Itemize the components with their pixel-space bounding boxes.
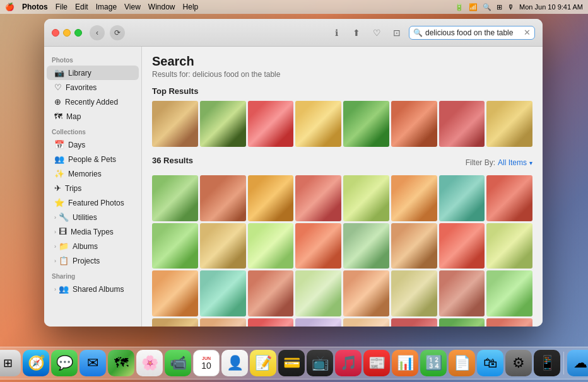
sidebar-item-albums[interactable]: › 📁 Albums [47,239,139,253]
photo-thumb[interactable] [439,318,485,327]
dock-pages[interactable]: 📄 [449,350,475,376]
photo-thumb[interactable] [152,175,198,221]
dock-facetime[interactable]: 📹 [165,350,191,376]
siri-icon[interactable]: 🎙 [507,3,514,11]
filter-value[interactable]: All Items [498,158,527,167]
menu-help[interactable]: Help [183,3,199,11]
dock-iphone-mirror[interactable]: 📱 [534,350,560,376]
dock-icloud[interactable]: ☁ [567,350,588,376]
share-button[interactable]: ⬆ [350,26,363,40]
dock-calendar[interactable]: JUN 10 [193,350,220,376]
search-clear-button[interactable]: ✕ [524,28,531,37]
photo-thumb[interactable] [391,101,437,147]
photo-thumb[interactable] [152,270,198,316]
filter-by-control[interactable]: Filter By: All Items ▾ [466,158,532,167]
photo-thumb[interactable] [295,175,341,221]
sidebar-item-shared-albums[interactable]: › 👥 Shared Albums [47,282,139,296]
sidebar-item-utilities[interactable]: › 🔧 Utilities [47,210,139,224]
sidebar-item-projects[interactable]: › 📋 Projects [47,253,139,268]
photo-thumb[interactable] [152,318,198,327]
rotate-button[interactable]: ⟳ [110,25,125,40]
dock-system-preferences[interactable]: ⚙ [505,350,532,376]
photo-thumb[interactable] [343,318,389,327]
sidebar-item-map[interactable]: 🗺 Map [47,109,139,124]
sidebar-item-trips[interactable]: ✈ Trips [47,181,139,195]
dock-appletv[interactable]: 📺 [307,350,333,376]
search-input[interactable]: delicious food on the table [425,28,521,37]
back-button[interactable]: ‹ [90,25,105,40]
close-button[interactable] [52,29,59,37]
photo-thumb[interactable] [391,175,437,221]
dock-launchpad[interactable]: ⊞ [0,350,21,376]
menu-edit[interactable]: Edit [75,3,88,11]
dock-numbers[interactable]: 🔢 [420,350,447,376]
menu-file[interactable]: File [56,3,68,11]
sidebar-item-media-types[interactable]: › 🎞 Media Types [47,224,139,239]
photo-thumb[interactable] [248,223,294,269]
photo-thumb[interactable] [486,270,532,316]
sidebar-item-library[interactable]: 📷 Library [47,66,139,80]
photo-thumb[interactable] [391,270,437,316]
apple-menu[interactable]: 🍎 [5,3,15,11]
dock-maps[interactable]: 🗺 [108,350,134,376]
photo-thumb[interactable] [200,223,246,269]
photo-thumb[interactable] [248,318,294,327]
photo-thumb[interactable] [439,101,485,147]
sidebar-item-recently-added[interactable]: ⊕ Recently Added [47,95,139,109]
photo-thumb[interactable] [391,318,437,327]
photo-thumb[interactable] [439,175,485,221]
photo-thumb[interactable] [486,223,532,269]
photo-thumb[interactable] [152,223,198,269]
photo-thumb[interactable] [343,223,389,269]
control-center-icon[interactable]: ⊞ [497,3,502,11]
photo-thumb[interactable] [486,175,532,221]
app-name[interactable]: Photos [22,3,48,11]
sidebar-item-people-pets[interactable]: 👥 People & Pets [47,152,139,166]
sidebar-item-days[interactable]: 📅 Days [47,137,139,152]
menu-image[interactable]: Image [96,3,117,11]
photo-thumb[interactable] [248,175,294,221]
photo-thumb[interactable] [439,223,485,269]
dock-keynote[interactable]: 📊 [392,350,418,376]
photo-thumb[interactable] [439,270,485,316]
dock-notes[interactable]: 📝 [250,350,276,376]
photo-thumb[interactable] [343,101,389,147]
dock-wallet[interactable]: 💳 [278,350,305,376]
photo-thumb[interactable] [391,223,437,269]
dock-messages[interactable]: 💬 [51,350,78,376]
info-button[interactable]: ℹ [329,26,343,40]
menu-window[interactable]: Window [148,3,175,11]
search-menubar-icon[interactable]: 🔍 [483,3,491,11]
dock-photos[interactable]: 🌸 [136,350,163,376]
search-bar[interactable]: 🔍 delicious food on the table ✕ [409,26,535,40]
photo-thumb[interactable] [200,175,246,221]
dock-music[interactable]: 🎵 [335,350,362,376]
photo-thumb[interactable] [486,318,532,327]
photo-thumb[interactable] [248,101,294,147]
photo-thumb[interactable] [343,175,389,221]
favorite-button[interactable]: ♡ [370,26,384,40]
sidebar-item-memories[interactable]: ✨ Memories [47,166,139,181]
photo-thumb[interactable] [295,270,341,316]
dock-mail[interactable]: ✉ [79,350,106,376]
minimize-button[interactable] [63,29,71,37]
photo-thumb[interactable] [152,101,198,147]
photo-thumb[interactable] [486,101,532,147]
crop-button[interactable]: ⊡ [390,26,404,40]
photo-thumb[interactable] [295,223,341,269]
sidebar-item-favorites[interactable]: ♡ Favorites [47,80,139,95]
photo-thumb[interactable] [200,101,246,147]
photo-thumb[interactable] [248,270,294,316]
photo-thumb[interactable] [200,270,246,316]
maximize-button[interactable] [74,29,82,37]
photo-thumb[interactable] [295,318,341,327]
photo-thumb[interactable] [295,101,341,147]
photo-thumb[interactable] [343,270,389,316]
photo-thumb[interactable] [200,318,246,327]
dock-contacts[interactable]: 👤 [221,350,248,376]
dock-news[interactable]: 📰 [363,350,390,376]
filter-chevron-icon[interactable]: ▾ [529,159,532,166]
sidebar-item-featured[interactable]: ⭐ Featured Photos [47,195,139,210]
dock-safari[interactable]: 🧭 [23,350,49,376]
menu-view[interactable]: View [124,3,141,11]
